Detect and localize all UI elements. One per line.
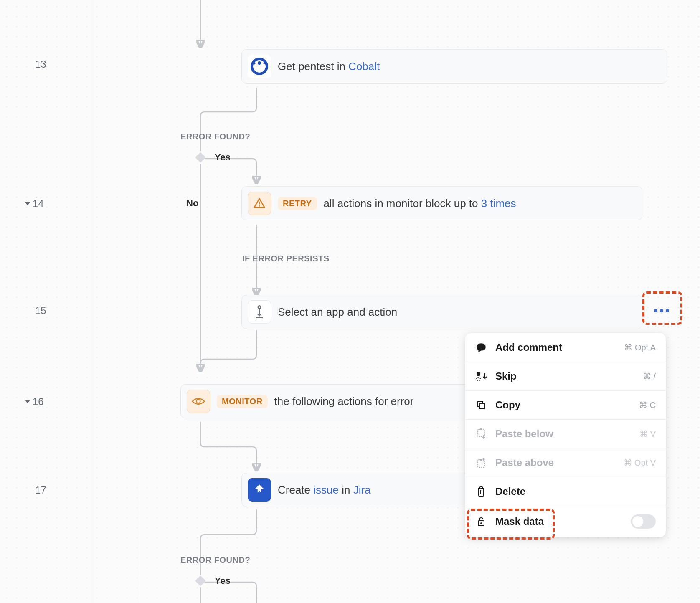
menu-shortcut: ⌘ V — [639, 429, 656, 439]
step-num-text: 16 — [33, 396, 44, 408]
retry-count-link[interactable]: 3 times — [481, 197, 516, 210]
branch-yes-2: Yes — [215, 575, 231, 586]
step-number-15: 15 — [35, 305, 46, 317]
svg-rect-13 — [477, 378, 480, 380]
svg-point-5 — [258, 61, 261, 65]
menu-label: Add comment — [495, 342, 562, 353]
svg-rect-12 — [477, 372, 480, 376]
mask-toggle[interactable] — [631, 514, 656, 529]
menu-paste-below: Paste below ⌘ V — [465, 420, 666, 448]
svg-point-4 — [252, 59, 267, 74]
paste-below-icon — [475, 428, 487, 440]
step-num-text: 14 — [33, 198, 44, 210]
menu-label: Copy — [495, 399, 520, 411]
menu-copy[interactable]: Copy ⌘ C — [465, 391, 666, 420]
comment-icon — [475, 342, 487, 353]
menu-label: Mask data — [495, 516, 544, 527]
retry-badge: RETRY — [278, 197, 317, 210]
step-num-text: 17 — [35, 484, 46, 496]
card-cobalt[interactable]: Get pentest in Cobalt — [241, 49, 667, 84]
jira-icon — [248, 478, 271, 502]
label-if-persists: IF ERROR PERSISTS — [242, 254, 330, 263]
step-number-13: 13 — [35, 58, 46, 70]
paste-above-icon — [475, 457, 487, 469]
step-number-16[interactable]: 16 — [25, 396, 44, 408]
select-action-icon — [248, 300, 271, 324]
step-num-text: 13 — [35, 58, 46, 70]
step-number-14[interactable]: 14 — [25, 198, 44, 210]
svg-rect-17 — [480, 428, 482, 430]
jira-link[interactable]: Jira — [353, 484, 371, 496]
monitor-icon — [187, 390, 210, 413]
card-jira-text: Create issue in Jira — [278, 484, 371, 497]
menu-label: Delete — [495, 486, 525, 497]
delete-icon — [475, 486, 487, 497]
caret-down-icon — [25, 400, 30, 403]
menu-label: Paste below — [495, 428, 553, 440]
card-monitor-text: the following actions for error — [274, 395, 414, 408]
svg-rect-15 — [479, 403, 485, 409]
card-select-text: Select an app and action — [278, 306, 397, 319]
svg-point-7 — [259, 205, 260, 207]
menu-shortcut: ⌘ / — [643, 371, 656, 381]
menu-paste-above: Paste above ⌘ Opt V — [465, 448, 666, 477]
svg-point-8 — [258, 306, 261, 309]
vertical-guide-2 — [138, 0, 138, 603]
retry-icon — [248, 192, 271, 215]
skip-icon — [475, 370, 487, 382]
step-number-17: 17 — [35, 484, 46, 496]
more-button[interactable] — [649, 298, 674, 323]
menu-shortcut: ⌘ C — [639, 400, 656, 410]
label-error-found-2: ERROR FOUND? — [180, 555, 250, 565]
svg-rect-19 — [480, 459, 482, 461]
card-select-action[interactable]: Select an app and action — [241, 295, 642, 329]
branch-no-1: No — [186, 198, 198, 209]
menu-label: Skip — [495, 370, 517, 382]
menu-label: Paste above — [495, 457, 554, 469]
copy-icon — [475, 399, 487, 411]
menu-mask-data[interactable]: Mask data — [465, 506, 666, 537]
cobalt-link[interactable]: Cobalt — [348, 60, 380, 73]
menu-delete[interactable]: Delete — [465, 477, 666, 506]
context-menu: Add comment ⌘ Opt A Skip ⌘ / Copy ⌘ C Pa… — [465, 333, 666, 537]
vertical-guide-1 — [93, 0, 93, 603]
monitor-badge: MONITOR — [217, 395, 268, 408]
menu-add-comment[interactable]: Add comment ⌘ Opt A — [465, 333, 666, 362]
branch-yes-1: Yes — [215, 152, 231, 163]
menu-skip[interactable]: Skip ⌘ / — [465, 362, 666, 391]
issue-link[interactable]: issue — [313, 484, 339, 496]
caret-down-icon — [25, 202, 30, 205]
svg-point-21 — [480, 522, 482, 524]
card-cobalt-text: Get pentest in Cobalt — [278, 60, 380, 73]
menu-shortcut: ⌘ Opt A — [624, 342, 656, 352]
menu-shortcut: ⌘ Opt V — [624, 458, 656, 468]
label-error-found-1: ERROR FOUND? — [180, 132, 250, 142]
cobalt-icon — [248, 55, 271, 78]
step-num-text: 15 — [35, 305, 46, 317]
lock-icon — [475, 516, 487, 527]
svg-point-11 — [196, 399, 200, 403]
card-retry[interactable]: RETRY all actions in monitor block up to… — [241, 186, 642, 220]
card-retry-text: all actions in monitor block up to 3 tim… — [324, 197, 516, 210]
